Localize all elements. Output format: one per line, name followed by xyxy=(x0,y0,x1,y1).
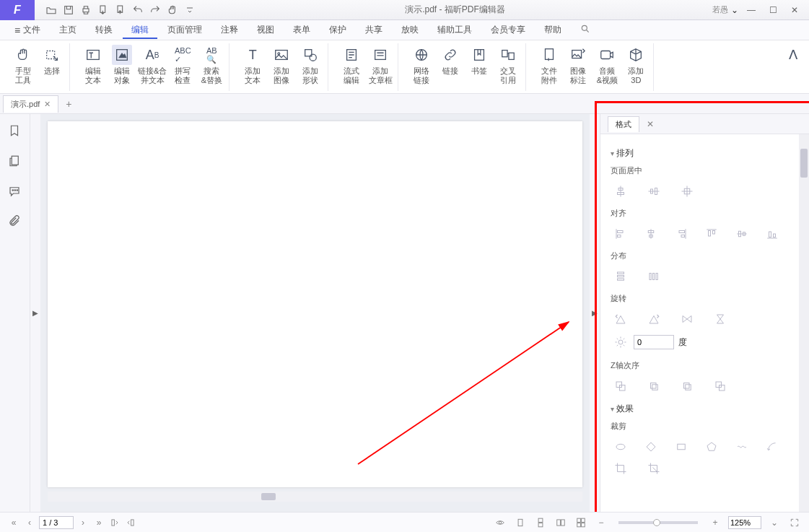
pdf-page[interactable] xyxy=(48,121,582,487)
attachment-button[interactable]: 文件 附件 xyxy=(536,43,562,91)
user-name[interactable]: 若愚 xyxy=(712,4,728,15)
nav-forward-button[interactable] xyxy=(124,516,137,529)
print-icon[interactable] xyxy=(78,2,94,18)
align-middle-v-icon[interactable] xyxy=(733,226,751,242)
rotation-gear-icon[interactable] xyxy=(612,334,629,350)
user-dropdown-icon[interactable]: ⌄ xyxy=(731,5,738,15)
menu-search-icon[interactable] xyxy=(572,21,599,39)
send-backward-icon[interactable] xyxy=(678,378,696,394)
bring-front-icon[interactable] xyxy=(612,378,629,394)
menu-form[interactable]: 表单 xyxy=(284,21,319,39)
zoom-input[interactable] xyxy=(728,516,761,529)
audio-video-button[interactable]: 音频 &视频 xyxy=(594,43,620,91)
align-right-icon[interactable] xyxy=(673,226,690,242)
center-vertical-icon[interactable] xyxy=(645,183,662,199)
undo-icon[interactable] xyxy=(130,2,146,18)
align-bottom-icon[interactable] xyxy=(764,226,781,242)
menu-present[interactable]: 放映 xyxy=(393,21,427,39)
menu-share[interactable]: 共享 xyxy=(357,21,391,39)
crop-perspective-icon[interactable] xyxy=(645,461,662,476)
crop-rect-icon[interactable] xyxy=(673,439,690,455)
redo-icon[interactable] xyxy=(147,2,163,18)
doc-tab[interactable]: 演示.pdf ✕ xyxy=(3,95,58,113)
flow-edit-button[interactable]: 流式 编辑 xyxy=(338,43,364,91)
menu-page[interactable]: 页面管理 xyxy=(159,21,211,39)
ribbon-collapse-button[interactable]: ᐱ xyxy=(783,43,803,65)
hand-tool-button[interactable]: 手型 工具 xyxy=(10,43,36,91)
bookmark-panel-icon[interactable] xyxy=(8,124,22,139)
center-horizontal-icon[interactable] xyxy=(612,183,629,199)
right-panel-toggle[interactable]: ▶ xyxy=(590,114,600,512)
last-page-button[interactable]: » xyxy=(92,516,105,529)
weblink-button[interactable]: 网络 链接 xyxy=(408,43,434,91)
select-tool-button[interactable]: 选择 xyxy=(39,43,65,91)
zoom-dropdown-icon[interactable]: ⌄ xyxy=(767,516,782,529)
menu-comment[interactable]: 注释 xyxy=(212,21,247,39)
open-icon[interactable] xyxy=(43,2,59,18)
add-paragraph-button[interactable]: 添加 文章框 xyxy=(367,43,393,91)
zoom-slider[interactable] xyxy=(618,521,698,524)
xref-button[interactable]: 交叉 引用 xyxy=(495,43,521,91)
add-text-button[interactable]: T添加 文本 xyxy=(240,43,266,91)
page-in-icon[interactable] xyxy=(95,2,111,18)
menu-view[interactable]: 视图 xyxy=(248,21,283,39)
rotate-right-icon[interactable] xyxy=(645,311,662,327)
menu-convert[interactable]: 转换 xyxy=(87,21,121,39)
horizontal-scrollbar[interactable] xyxy=(48,492,582,502)
link-merge-button[interactable]: AB链接&合 并文本 xyxy=(138,43,167,91)
flip-vertical-icon[interactable] xyxy=(712,311,729,327)
nav-back-button[interactable] xyxy=(108,516,121,529)
crop-ellipse-icon[interactable] xyxy=(612,439,629,455)
qat-dropdown-icon[interactable] xyxy=(182,2,198,18)
search-replace-button[interactable]: AB🔍搜索 &替换 xyxy=(198,43,224,91)
view-facing-cont-icon[interactable] xyxy=(574,516,588,529)
panel-vertical-scrollbar[interactable] xyxy=(799,134,809,512)
new-tab-button[interactable]: + xyxy=(58,95,79,113)
distribute-horizontal-icon[interactable] xyxy=(645,269,662,284)
edit-text-button[interactable]: 编辑 文本 xyxy=(80,43,106,91)
edit-object-button[interactable]: 编辑 对象 xyxy=(109,43,135,91)
close-panel-icon[interactable]: ✕ xyxy=(647,119,654,129)
menu-protect[interactable]: 保护 xyxy=(320,21,355,39)
align-top-icon[interactable] xyxy=(703,226,720,242)
rotate-left-icon[interactable] xyxy=(612,311,629,327)
crop-diamond-icon[interactable] xyxy=(642,439,660,455)
pages-panel-icon[interactable] xyxy=(8,154,22,169)
minimize-icon[interactable]: — xyxy=(741,2,761,18)
section-effect[interactable]: 效果 xyxy=(611,403,789,415)
format-tab[interactable]: 格式 xyxy=(608,116,639,132)
crop-curve-icon[interactable] xyxy=(764,439,781,455)
section-arrange[interactable]: 排列 xyxy=(611,147,789,160)
close-window-icon[interactable]: ✕ xyxy=(784,2,805,18)
first-page-button[interactable]: « xyxy=(7,516,20,529)
bring-forward-icon[interactable] xyxy=(645,378,662,394)
center-both-icon[interactable] xyxy=(678,183,696,199)
menu-file[interactable]: ≡文件 xyxy=(6,21,49,39)
link-button[interactable]: 链接 xyxy=(437,43,463,91)
image-note-button[interactable]: 图像 标注 xyxy=(565,43,591,91)
distribute-vertical-icon[interactable] xyxy=(612,269,629,284)
left-panel-toggle[interactable]: ▶ xyxy=(30,114,40,512)
menu-edit[interactable]: 编辑 xyxy=(123,21,157,39)
attachments-panel-icon[interactable] xyxy=(8,215,22,230)
prev-page-button[interactable]: ‹ xyxy=(23,516,36,529)
page-input[interactable] xyxy=(39,516,74,529)
crop-wave-icon[interactable] xyxy=(733,439,751,455)
next-page-button[interactable]: › xyxy=(76,516,89,529)
bookmark-button[interactable]: 书签 xyxy=(466,43,492,91)
view-continuous-icon[interactable] xyxy=(533,516,548,529)
view-facing-icon[interactable] xyxy=(554,516,568,529)
menu-home[interactable]: 主页 xyxy=(51,21,85,39)
maximize-icon[interactable]: ☐ xyxy=(763,2,783,18)
crop-tool-icon[interactable] xyxy=(612,461,629,476)
save-icon[interactable] xyxy=(61,2,76,18)
comments-panel-icon[interactable] xyxy=(8,185,22,199)
spellcheck-button[interactable]: ABC✓拼写 检查 xyxy=(170,43,196,91)
reading-mode-icon[interactable] xyxy=(493,516,507,529)
close-tab-icon[interactable]: ✕ xyxy=(44,100,51,109)
add-3d-button[interactable]: 添加 3D xyxy=(623,43,649,91)
crop-pentagon-icon[interactable] xyxy=(703,439,720,455)
add-shape-button[interactable]: 添加 形状 xyxy=(297,43,323,91)
view-single-icon[interactable] xyxy=(513,516,528,529)
page-out-icon[interactable] xyxy=(113,2,128,18)
